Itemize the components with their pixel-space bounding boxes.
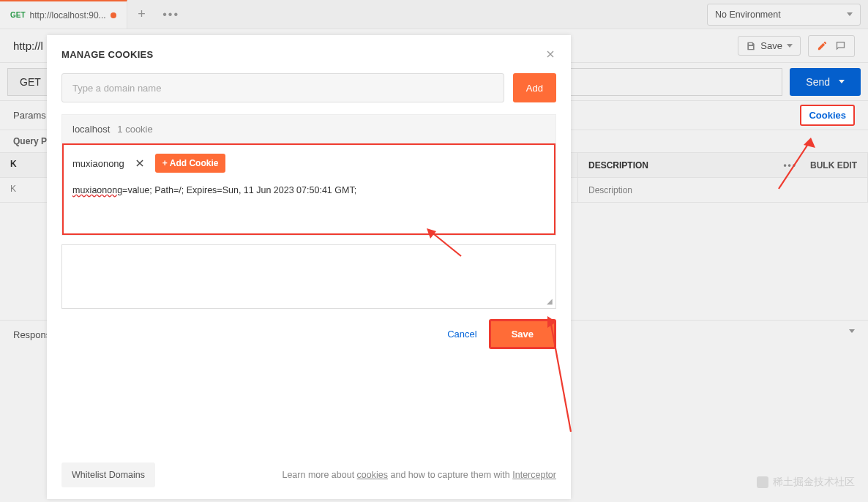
domain-placeholder: Type a domain name [72, 83, 161, 94]
cookies-doc-link[interactable]: cookies [357, 470, 388, 480]
domain-input[interactable]: Type a domain name [61, 73, 504, 102]
svg-line-2 [550, 321, 571, 432]
resize-handle-icon[interactable]: ◢ [547, 297, 553, 305]
add-cookie-button[interactable]: + Add Cookie [155, 154, 226, 173]
domain-name: localhost [72, 124, 110, 135]
watermark-text: 稀土掘金技术社区 [773, 476, 855, 489]
cancel-button[interactable]: Cancel [447, 329, 476, 340]
watermark: 稀土掘金技术社区 [757, 476, 855, 489]
cookie-value-textarea[interactable]: muxiaonong=value; Path=/; Expires=Sun, 1… [72, 180, 545, 225]
domain-header[interactable]: localhost 1 cookie [62, 115, 555, 143]
svg-marker-1 [427, 228, 436, 239]
domain-block: localhost 1 cookie muxiaonong + Add Cook… [61, 114, 556, 236]
cookie-value-rest: =value; Path=/; Expires=Sun, 11 Jun 2023… [122, 185, 356, 195]
cookie-count: 1 cookie [117, 124, 152, 135]
close-button[interactable] [545, 48, 556, 60]
close-icon [135, 158, 145, 168]
annotation-arrow-2 [542, 315, 578, 439]
close-icon [545, 48, 556, 60]
interceptor-link[interactable]: Interceptor [512, 470, 556, 480]
watermark-logo-icon [757, 476, 768, 488]
svg-marker-5 [804, 138, 815, 148]
cookies-link[interactable]: Cookies [800, 105, 855, 126]
cookie-value-name: muxiaonong [72, 185, 122, 195]
whitelist-domains-button[interactable]: Whitelist Domains [61, 462, 155, 487]
cookie-raw-editor[interactable]: ◢ [61, 244, 556, 309]
annotation-arrow-1 [424, 227, 468, 263]
annotation-arrow-3 [774, 136, 826, 195]
svg-line-0 [430, 231, 461, 256]
svg-line-4 [779, 142, 809, 189]
delete-cookie-button[interactable] [135, 158, 145, 168]
modal-title: MANAGE COOKIES [61, 49, 154, 60]
manage-cookies-modal: MANAGE COOKIES Type a domain name Add lo… [47, 35, 571, 499]
cookie-editor-highlight: muxiaonong + Add Cookie muxiaonong=value… [62, 143, 555, 235]
cookie-name-chip[interactable]: muxiaonong [72, 158, 124, 169]
learn-more-text: Learn more about cookies and how to capt… [282, 470, 556, 480]
add-domain-button[interactable]: Add [513, 73, 556, 102]
